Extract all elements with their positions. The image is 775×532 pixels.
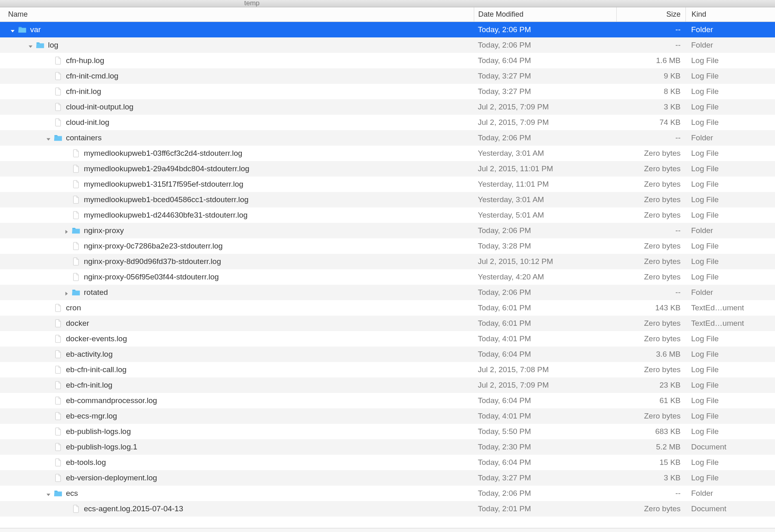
file-icon [72,180,81,188]
name-cell[interactable]: mymedlookupweb1-29a494bdc804-stdouterr.l… [0,164,474,173]
name-cell[interactable]: mymedlookupweb1-bced04586cc1-stdouterr.l… [0,195,474,204]
folder-row[interactable]: containersToday, 2:06 PM--Folder [0,130,775,146]
file-row[interactable]: cfn-init-cmd.logToday, 3:27 PM9 KBLog Fi… [0,68,775,84]
disclosure-triangle-icon[interactable] [63,290,69,295]
file-icon [72,196,81,204]
file-row[interactable]: mymedlookupweb1-03ff6cf3c2d4-stdouterr.l… [0,146,775,161]
name-cell[interactable]: docker-events.log [0,334,474,343]
item-name: eb-publish-logs.log.1 [66,443,137,451]
item-name: log [48,41,58,50]
file-kind: Document [685,504,775,513]
name-cell[interactable]: eb-publish-logs.log [0,427,474,436]
file-kind: Folder [685,41,775,50]
file-row[interactable]: docker-events.logToday, 4:01 PMZero byte… [0,331,775,347]
name-cell[interactable]: cfn-hup.log [0,56,474,65]
name-cell[interactable]: eb-version-deployment.log [0,473,474,482]
file-row[interactable]: eb-publish-logs.logToday, 5:50 PM683 KBL… [0,424,775,439]
name-cell[interactable]: var [0,25,474,34]
name-cell[interactable]: nginx-proxy [0,226,474,235]
file-icon [54,427,63,436]
name-cell[interactable]: eb-publish-logs.log.1 [0,443,474,451]
name-cell[interactable]: nginx-proxy-0c7286ba2e23-stdouterr.log [0,242,474,251]
titlebar[interactable]: temp [0,0,775,7]
file-icon [72,165,81,173]
file-row[interactable]: dockerToday, 6:01 PMZero bytesTextEd…ume… [0,316,775,331]
folder-row[interactable]: nginx-proxyToday, 2:06 PM--Folder [0,223,775,238]
disclosure-triangle-icon[interactable] [46,135,51,141]
file-row[interactable]: eb-tools.logToday, 6:04 PM15 KBLog File [0,455,775,470]
file-icon [54,319,63,327]
date-modified: Today, 2:01 PM [474,504,616,513]
name-cell[interactable]: cloud-init.log [0,118,474,127]
disclosure-triangle-icon[interactable] [10,27,15,33]
name-cell[interactable]: ecs [0,489,474,498]
file-size: Zero bytes [616,365,685,374]
name-cell[interactable]: mymedlookupweb1-315f17f595ef-stdouterr.l… [0,180,474,189]
date-modified: Jul 2, 2015, 10:12 PM [474,257,616,266]
file-row[interactable]: cloud-init.logJul 2, 2015, 7:09 PM74 KBL… [0,115,775,130]
name-cell[interactable]: ecs-agent.log.2015-07-04-13 [0,504,474,513]
name-cell[interactable]: cfn-init-cmd.log [0,72,474,81]
name-cell[interactable]: containers [0,133,474,142]
name-cell[interactable]: log [0,41,474,50]
folder-icon [54,134,63,142]
name-cell[interactable]: eb-cfn-init.log [0,381,474,390]
folder-row[interactable]: rotatedToday, 2:06 PM--Folder [0,285,775,300]
name-cell[interactable]: cfn-init.log [0,87,474,96]
file-row[interactable]: mymedlookupweb1-bced04586cc1-stdouterr.l… [0,192,775,207]
file-row[interactable]: nginx-proxy-056f95e03f44-stdouterr.logYe… [0,269,775,285]
file-size: Zero bytes [616,211,685,220]
folder-row[interactable]: varToday, 2:06 PM--Folder [0,22,775,37]
column-name-header[interactable]: Name [0,10,474,19]
column-date-header[interactable]: Date Modified [474,7,616,22]
item-name: var [30,25,41,34]
name-cell[interactable]: mymedlookupweb1-d244630bfe31-stdouterr.l… [0,211,474,220]
file-row[interactable]: eb-cfn-init-call.logJul 2, 2015, 7:08 PM… [0,362,775,377]
date-modified: Today, 2:06 PM [474,133,616,142]
file-row[interactable]: eb-publish-logs.log.1Today, 2:30 PM5.2 M… [0,439,775,455]
name-cell[interactable]: eb-tools.log [0,458,474,467]
date-modified: Today, 6:04 PM [474,56,616,65]
file-row[interactable]: eb-ecs-mgr.logToday, 4:01 PMZero bytesLo… [0,408,775,424]
name-cell[interactable]: cron [0,303,474,312]
finder-window: temp Name Date Modified Size Kind varTod… [0,0,775,532]
name-cell[interactable]: eb-ecs-mgr.log [0,412,474,421]
file-row[interactable]: eb-version-deployment.logToday, 3:27 PM3… [0,470,775,486]
name-cell[interactable]: eb-commandprocessor.log [0,396,474,405]
file-list[interactable]: varToday, 2:06 PM--FolderlogToday, 2:06 … [0,22,775,528]
file-row[interactable]: eb-cfn-init.logJul 2, 2015, 7:09 PM23 KB… [0,377,775,393]
file-row[interactable]: cfn-init.logToday, 3:27 PM8 KBLog File [0,84,775,99]
name-cell[interactable]: docker [0,319,474,328]
name-cell[interactable]: nginx-proxy-8d90d96fd37b-stdouterr.log [0,257,474,266]
file-row[interactable]: eb-commandprocessor.logToday, 6:04 PM61 … [0,393,775,408]
file-row[interactable]: nginx-proxy-0c7286ba2e23-stdouterr.logTo… [0,238,775,254]
file-row[interactable]: cloud-init-output.logJul 2, 2015, 7:09 P… [0,99,775,115]
file-kind: Folder [685,226,775,235]
file-size: 5.2 MB [616,443,685,451]
file-row[interactable]: mymedlookupweb1-315f17f595ef-stdouterr.l… [0,177,775,192]
file-row[interactable]: cfn-hup.logToday, 6:04 PM1.6 MBLog File [0,53,775,68]
file-row[interactable]: nginx-proxy-8d90d96fd37b-stdouterr.logJu… [0,254,775,269]
name-cell[interactable]: eb-cfn-init-call.log [0,365,474,374]
name-cell[interactable]: rotated [0,288,474,297]
name-cell[interactable]: nginx-proxy-056f95e03f44-stdouterr.log [0,273,474,281]
file-row[interactable]: cronToday, 6:01 PM143 KBTextEd…ument [0,300,775,316]
file-row[interactable]: ecs-agent.log.2015-07-04-13Today, 2:01 P… [0,501,775,517]
folder-row[interactable]: ecsToday, 2:06 PM--Folder [0,486,775,501]
folder-row[interactable]: logToday, 2:06 PM--Folder [0,37,775,53]
file-row[interactable]: mymedlookupweb1-29a494bdc804-stdouterr.l… [0,161,775,177]
disclosure-triangle-icon[interactable] [28,42,33,48]
disclosure-triangle-icon[interactable] [63,228,69,233]
file-row[interactable]: eb-activity.logToday, 6:04 PM3.6 MBLog F… [0,347,775,362]
item-name: mymedlookupweb1-29a494bdc804-stdouterr.l… [84,164,250,173]
name-cell[interactable]: cloud-init-output.log [0,102,474,111]
column-size-header[interactable]: Size [616,7,685,22]
disclosure-triangle-icon[interactable] [46,491,51,496]
name-cell[interactable]: eb-activity.log [0,350,474,359]
name-cell[interactable]: mymedlookupweb1-03ff6cf3c2d4-stdouterr.l… [0,149,474,158]
file-row[interactable]: mymedlookupweb1-d244630bfe31-stdouterr.l… [0,207,775,223]
column-kind-header[interactable]: Kind [685,7,775,22]
file-size: 1.6 MB [616,56,685,65]
file-kind: Log File [685,412,775,421]
item-name: cloud-init-output.log [66,102,134,111]
